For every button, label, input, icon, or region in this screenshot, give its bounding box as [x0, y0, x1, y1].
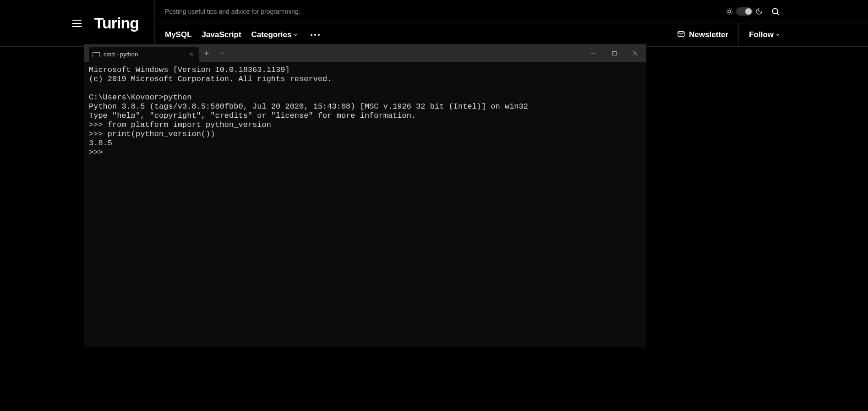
newsletter-label: Newsletter	[689, 30, 728, 39]
svg-line-3	[727, 9, 727, 10]
nav-item-label: Categories	[251, 30, 292, 39]
theme-toggle[interactable]	[725, 7, 763, 16]
site-tagline: Posting useful tips and advice for progr…	[165, 8, 300, 15]
svg-line-4	[731, 13, 732, 14]
tagline-row: Posting useful tips and advice for progr…	[155, 0, 868, 23]
tab-dropdown-button[interactable]	[214, 44, 230, 62]
nav-item-javascript[interactable]: JavaScript	[202, 30, 241, 39]
window-controls	[583, 44, 646, 62]
main-nav: MySQL JavaScript Categories Newsletter	[155, 23, 868, 46]
minimize-button[interactable]	[583, 44, 604, 62]
site-header: Turing Posting useful tips and advice fo…	[0, 0, 868, 47]
terminal-window: cmd - python Microsoft Windows [Ver	[84, 44, 646, 347]
terminal-output[interactable]: Microsoft Windows [Version 10.0.18363.11…	[84, 62, 646, 347]
nav-item-categories[interactable]: Categories	[251, 30, 298, 39]
close-window-button[interactable]	[625, 44, 646, 62]
brand-column: Turing	[0, 0, 155, 46]
site-logo[interactable]: Turing	[94, 14, 139, 32]
maximize-button[interactable]	[604, 44, 625, 62]
svg-rect-17	[612, 51, 616, 55]
hamburger-menu-icon[interactable]	[72, 20, 82, 27]
header-right: Posting useful tips and advice for progr…	[155, 0, 868, 46]
search-button[interactable]	[771, 7, 780, 16]
svg-line-10	[777, 13, 779, 15]
follow-label: Follow	[749, 30, 774, 39]
terminal-tab[interactable]: cmd - python	[89, 47, 199, 62]
tagline-actions	[725, 7, 858, 16]
moon-icon	[755, 8, 763, 15]
svg-line-7	[727, 13, 727, 14]
terminal-titlebar[interactable]: cmd - python	[84, 44, 646, 62]
cmd-icon	[93, 52, 100, 57]
new-tab-button[interactable]	[199, 44, 214, 62]
sun-icon	[725, 7, 733, 16]
chevron-down-icon	[775, 30, 780, 39]
svg-point-0	[728, 10, 731, 13]
nav-item-mysql[interactable]: MySQL	[165, 30, 192, 39]
svg-point-9	[772, 8, 778, 14]
toggle-track[interactable]	[736, 7, 753, 16]
nav-left: MySQL JavaScript Categories	[165, 30, 320, 39]
newsletter-link[interactable]: Newsletter	[677, 23, 739, 46]
more-menu-icon[interactable]	[311, 34, 320, 36]
nav-right: Newsletter Follow	[677, 23, 858, 46]
mail-icon	[677, 30, 685, 40]
follow-link[interactable]: Follow	[739, 30, 780, 39]
chevron-down-icon	[293, 30, 298, 39]
terminal-tab-title: cmd - python	[104, 51, 138, 58]
close-tab-icon[interactable]	[189, 51, 194, 58]
terminal-tabs: cmd - python	[84, 44, 199, 62]
svg-line-8	[731, 9, 732, 10]
